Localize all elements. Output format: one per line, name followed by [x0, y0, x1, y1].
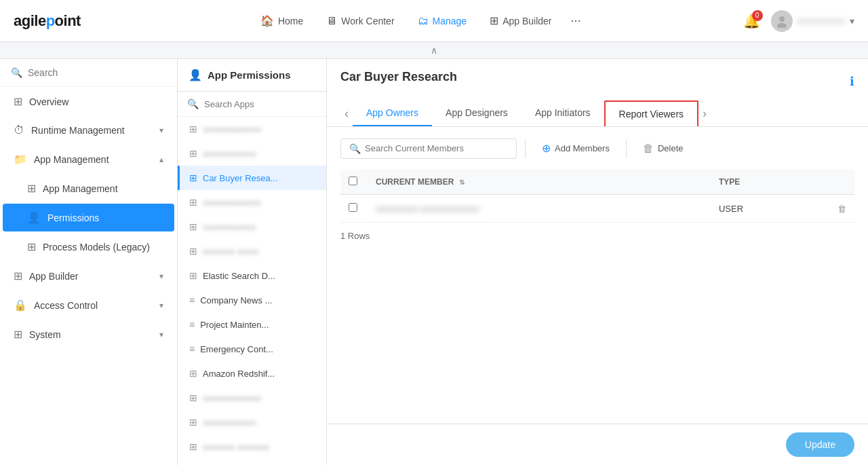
- nav-manage[interactable]: 🗂 Manage: [408, 10, 477, 33]
- table-row: ●●●●●●●● ●●●●●●●●●●● USER 🗑: [340, 195, 854, 223]
- app-grid-icon: ⊞: [189, 246, 197, 257]
- app-grid-icon: ≡: [189, 343, 195, 354]
- left-sidebar: 🔍 ⊞ Overview ⏱ Runtime Management ▾ 📁 Ap…: [0, 59, 178, 465]
- app-list-item[interactable]: ⊞ ●●●●●●●●●●●: [178, 386, 326, 410]
- sidebar-search-box[interactable]: 🔍: [0, 59, 177, 87]
- sidebar-item-processmodels[interactable]: ⊞ Process Models (Legacy): [3, 233, 174, 261]
- toolbar-divider: [525, 139, 526, 158]
- app-name: Emergency Cont...: [200, 344, 273, 354]
- app-name: Project Mainten...: [200, 320, 269, 330]
- right-panel-header: Car Buyer Research ℹ ‹ App Owners App De…: [327, 59, 868, 127]
- panel-title: App Permissions: [208, 69, 291, 81]
- sidebar-item-label: Permissions: [47, 212, 163, 223]
- sidebar-item-appbuilder[interactable]: ⊞ App Builder ▾: [3, 262, 174, 290]
- app-grid-icon: ⊞: [189, 124, 197, 134]
- tab-app-designers[interactable]: App Designers: [432, 100, 521, 126]
- appmanagement-sub-icon: ⊞: [27, 182, 36, 195]
- page-title: Car Buyer Research: [340, 70, 457, 84]
- sidebar-item-appmanagement-sub[interactable]: ⊞ App Management: [3, 174, 174, 202]
- col-member-label: CURRENT MEMBER: [376, 177, 454, 187]
- sidebar-item-label: System: [29, 329, 153, 340]
- app-list-item[interactable]: ⊞ ●●●●●●●●●●: [178, 141, 326, 166]
- app-list-item[interactable]: ⊞ ●●●●●●●●●●: [178, 215, 326, 239]
- app-list-item[interactable]: ⊞ ●●●●●● ●●●●●●: [178, 434, 326, 459]
- app-name: ●●●●●●●●●●●: [203, 124, 261, 134]
- app-grid-icon: ⊞: [189, 148, 197, 159]
- tab-app-initiators[interactable]: App Initiators: [521, 100, 604, 126]
- tab-prev-button[interactable]: ‹: [340, 101, 353, 126]
- nav-workcenter[interactable]: 🖥 Work Center: [317, 10, 403, 33]
- nav-home-label: Home: [278, 16, 303, 26]
- app-name: Amazon Redshif...: [203, 369, 275, 379]
- sidebar-item-accesscontrol[interactable]: 🔒 Access Control ▾: [3, 291, 174, 319]
- app-grid-icon: ⊞: [189, 270, 197, 281]
- nav-manage-label: Manage: [433, 16, 467, 26]
- app-list-item[interactable]: ⊞ ●●●●●●●●●●●: [178, 117, 326, 141]
- tabs-row: ‹ App Owners App Designers App Initiator…: [340, 100, 854, 126]
- select-all-checkbox[interactable]: [349, 176, 357, 185]
- app-list-item[interactable]: ⊞ Car Buyer Resea...: [178, 166, 326, 190]
- row-count: 1 Rows: [340, 223, 854, 249]
- nav-home[interactable]: 🏠 Home: [251, 9, 313, 33]
- delete-button[interactable]: 🗑 Delete: [635, 138, 692, 159]
- collapse-button[interactable]: ∧: [0, 42, 868, 59]
- manage-icon: 🗂: [418, 15, 429, 27]
- info-icon[interactable]: ℹ: [850, 74, 854, 89]
- row-delete-icon[interactable]: 🗑: [837, 204, 846, 214]
- app-list-item[interactable]: ≡ Emergency Cont...: [178, 337, 326, 361]
- tab-report-viewers[interactable]: Report Viewers: [604, 100, 698, 126]
- notification-badge: 0: [752, 10, 763, 21]
- app-name: Car Buyer Resea...: [203, 173, 278, 183]
- notification-button[interactable]: 🔔 0: [743, 13, 760, 29]
- middle-panel-header: 👤 App Permissions: [178, 59, 326, 92]
- app-grid-icon: ⊞: [189, 197, 197, 208]
- app-name: ●●●●●● ●●●●●●: [203, 442, 269, 452]
- app-list-item[interactable]: ⊞ Amazon Redshif...: [178, 361, 326, 386]
- app-name: ●●●●●●●●●●●: [203, 198, 261, 208]
- system-icon: ⊞: [14, 328, 22, 341]
- sidebar-item-overview[interactable]: ⊞ Overview: [3, 88, 174, 115]
- toolbar-search-box[interactable]: 🔍: [340, 138, 517, 159]
- svg-point-1: [777, 23, 787, 28]
- app-list-item[interactable]: ≡ Company News ...: [178, 288, 326, 312]
- sidebar-item-label: Access Control: [34, 300, 153, 311]
- row-checkbox[interactable]: [349, 203, 357, 212]
- tab-app-owners[interactable]: App Owners: [353, 100, 432, 126]
- collapse-icon: ∧: [431, 45, 437, 56]
- col-type: TYPE: [711, 170, 827, 195]
- sidebar-item-permissions[interactable]: 👤 Permissions: [3, 204, 174, 231]
- nav-items: 🏠 Home 🖥 Work Center 🗂 Manage ⊞ App Buil…: [115, 9, 723, 33]
- row-delete-col: 🗑: [827, 195, 854, 223]
- logo-text: agilepoint: [14, 12, 81, 30]
- sort-icon[interactable]: ⇅: [459, 179, 465, 186]
- app-list-item[interactable]: ⊞ Elastic Search D...: [178, 263, 326, 288]
- app-name: ●●●●●●●●●●●: [203, 393, 261, 403]
- tab-next-button[interactable]: ›: [698, 101, 711, 126]
- add-members-button[interactable]: ⊕ Add Members: [534, 138, 618, 159]
- app-list-item[interactable]: ⊞ ●●●●●●●●●●: [178, 410, 326, 434]
- sidebar-search-input[interactable]: [28, 67, 166, 78]
- add-icon: ⊕: [542, 142, 551, 155]
- chevron-down-icon: ▾: [159, 301, 163, 310]
- user-menu[interactable]: ●●●●●●●●●● ▾: [771, 10, 854, 32]
- app-list-item[interactable]: ⊞ ●●●●●● ●●●●: [178, 239, 326, 263]
- update-button[interactable]: Update: [786, 432, 854, 457]
- nav-more-button[interactable]: ···: [566, 11, 587, 31]
- panel-icon: 👤: [189, 69, 202, 81]
- avatar: [771, 10, 793, 32]
- chevron-down-icon: ▾: [159, 272, 163, 281]
- sidebar-item-system[interactable]: ⊞ System ▾: [3, 320, 174, 348]
- app-search-input[interactable]: [204, 99, 318, 109]
- chevron-up-icon: ▴: [159, 155, 163, 164]
- middle-search-box[interactable]: 🔍: [178, 92, 326, 117]
- app-name: Company News ...: [200, 295, 272, 305]
- app-list-item[interactable]: ≡ Project Mainten...: [178, 312, 326, 337]
- logo: agilepoint: [14, 12, 81, 30]
- member-search-input[interactable]: [365, 143, 508, 153]
- nav-appbuilder[interactable]: ⊞ App Builder: [480, 9, 561, 33]
- app-name: ●●●●●●●●●●: [203, 149, 256, 159]
- toolbar-divider-2: [626, 139, 627, 158]
- app-list-item[interactable]: ⊞ ●●●●●●●●●●●: [178, 190, 326, 215]
- sidebar-item-runtime[interactable]: ⏱ Runtime Management ▾: [3, 117, 174, 144]
- sidebar-item-appmanagement[interactable]: 📁 App Management ▴: [3, 145, 174, 173]
